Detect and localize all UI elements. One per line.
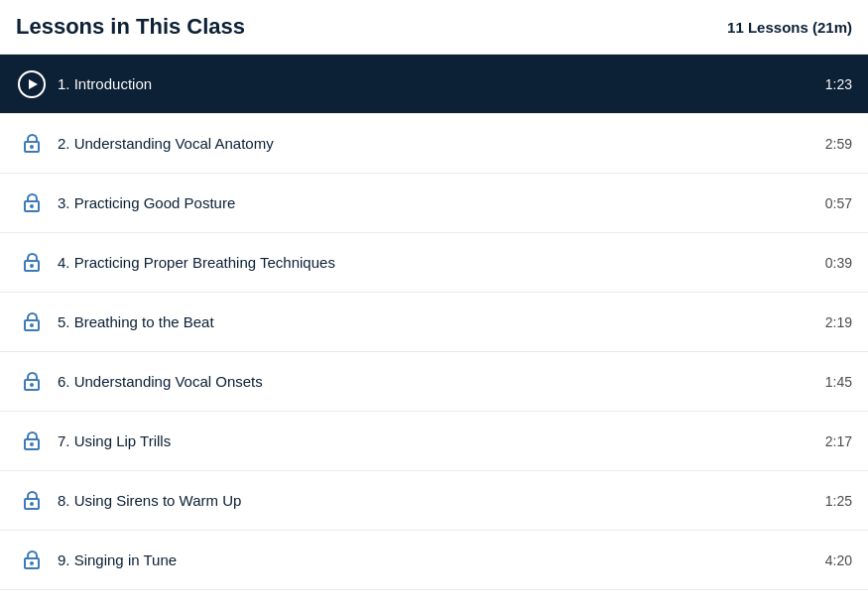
lesson-item[interactable]: 10. Combining Lip Trills and Sirens2:17 (0, 590, 868, 610)
lesson-item[interactable]: 7. Using Lip Trills2:17 (0, 412, 868, 471)
lesson-title: 9. Singing in Tune (58, 551, 813, 568)
lesson-item[interactable]: 1. Introduction1:23 (0, 55, 868, 114)
lock-icon (16, 253, 48, 273)
header: Lessons in This Class 11 Lessons (21m) (0, 0, 868, 55)
lesson-title: 1. Introduction (58, 75, 813, 92)
lesson-duration: 1:45 (825, 374, 852, 390)
lesson-title: 2. Understanding Vocal Anatomy (58, 135, 813, 152)
lesson-item[interactable]: 9. Singing in Tune4:20 (0, 531, 868, 590)
play-icon (16, 70, 48, 98)
lessons-list: 1. Introduction1:232. Understanding Voca… (0, 55, 868, 610)
lesson-item[interactable]: 4. Practicing Proper Breathing Technique… (0, 233, 868, 293)
lesson-title: 5. Breathing to the Beat (58, 313, 813, 330)
lesson-item[interactable]: 6. Understanding Vocal Onsets1:45 (0, 352, 868, 412)
lesson-duration: 1:23 (825, 76, 852, 92)
lesson-duration: 1:25 (825, 493, 852, 509)
lock-icon (16, 372, 48, 392)
lesson-title: 7. Using Lip Trills (58, 432, 813, 449)
lesson-duration: 2:17 (825, 433, 852, 449)
lesson-item[interactable]: 2. Understanding Vocal Anatomy2:59 (0, 114, 868, 174)
lesson-title: 4. Practicing Proper Breathing Technique… (58, 254, 813, 271)
lesson-duration: 0:39 (825, 255, 852, 271)
lesson-count: 11 Lessons (21m) (727, 19, 852, 36)
page-title: Lessons in This Class (16, 14, 245, 40)
lesson-item[interactable]: 5. Breathing to the Beat2:19 (0, 293, 868, 352)
lesson-item[interactable]: 8. Using Sirens to Warm Up1:25 (0, 471, 868, 531)
lesson-duration: 2:59 (825, 136, 852, 152)
lock-icon (16, 491, 48, 511)
lesson-item[interactable]: 3. Practicing Good Posture0:57 (0, 174, 868, 233)
lock-icon (16, 134, 48, 154)
lock-icon (16, 193, 48, 213)
lesson-title: 3. Practicing Good Posture (58, 194, 813, 211)
lock-icon (16, 312, 48, 332)
lesson-duration: 4:20 (825, 552, 852, 568)
lesson-duration: 2:19 (825, 314, 852, 330)
lesson-title: 6. Understanding Vocal Onsets (58, 373, 813, 390)
lessons-container: Lessons in This Class 11 Lessons (21m) 1… (0, 0, 868, 610)
lesson-title: 8. Using Sirens to Warm Up (58, 492, 813, 509)
lock-icon (16, 550, 48, 570)
lock-icon (16, 431, 48, 451)
lesson-duration: 0:57 (825, 195, 852, 211)
